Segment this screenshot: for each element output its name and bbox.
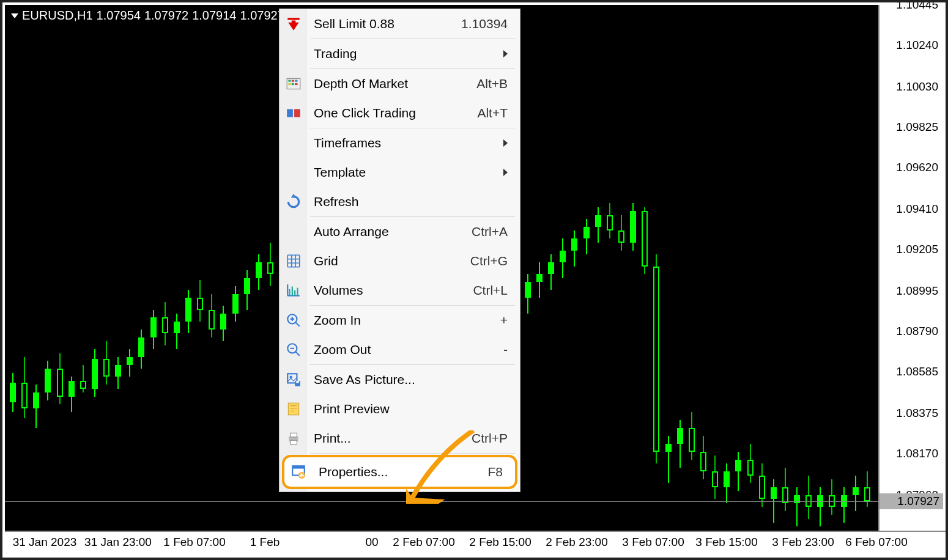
candlestick: [677, 5, 683, 536]
time-tick: 2 Feb 07:00: [393, 536, 454, 549]
candlestick: [630, 5, 636, 536]
time-tick: 2 Feb 15:00: [469, 536, 531, 549]
candlestick: [220, 5, 226, 536]
candlestick: [595, 5, 601, 536]
menu-separator: [310, 453, 515, 454]
time-tick: 31 Jan 2023: [13, 536, 77, 549]
candlestick: [103, 5, 109, 536]
price-tick: 1.10240: [896, 39, 938, 52]
price-axis: 1.104451.102401.100301.098251.096201.094…: [878, 5, 943, 536]
time-tick: 1 Feb: [250, 536, 280, 549]
chart-context-menu: Sell Limit 0.881.10394TradingDepth Of Ma…: [279, 9, 520, 492]
candlestick: [57, 5, 63, 536]
candlestick: [115, 5, 121, 536]
time-tick: 3 Feb 07:00: [622, 536, 684, 549]
svg-rect-19: [296, 381, 298, 383]
svg-rect-2: [288, 80, 291, 82]
candlestick: [525, 5, 531, 536]
price-tick: 1.09205: [896, 243, 938, 256]
price-tick: 1.10030: [896, 80, 938, 94]
candlestick: [256, 5, 262, 536]
candlestick: [583, 5, 590, 536]
svg-rect-13: [297, 288, 298, 296]
menu-item-trading[interactable]: Trading: [280, 39, 520, 68]
svg-rect-7: [295, 83, 297, 85]
menu-item-template[interactable]: Template: [280, 158, 520, 187]
candlestick: [700, 5, 706, 536]
candlestick: [759, 5, 765, 536]
menu-item-label: Zoom In: [314, 313, 500, 328]
menu-item-label: Grid: [314, 254, 470, 268]
menu-item-label: Volumes: [314, 283, 473, 298]
menu-item-grid[interactable]: GridCtrl+G: [280, 246, 520, 276]
menu-item-print[interactable]: Print...Ctrl+P: [280, 424, 520, 453]
menu-item-zoom-out[interactable]: Zoom Out-: [280, 335, 520, 364]
current-price-line: [5, 501, 883, 502]
save-pic-icon: [286, 372, 302, 388]
candlestick: [653, 5, 659, 536]
candlestick: [174, 5, 180, 536]
candlestick: [33, 5, 39, 536]
menu-item-shortcut: Ctrl+A: [472, 224, 508, 239]
menu-item-one-click-trading[interactable]: One Click TradingAlt+T: [280, 98, 520, 128]
svg-rect-8: [287, 109, 293, 117]
menu-item-label: Zoom Out: [314, 342, 503, 357]
menu-item-label: Template: [314, 165, 503, 180]
menu-item-auto-arrange[interactable]: Auto ArrangeCtrl+A: [280, 217, 520, 246]
candlestick: [607, 5, 613, 536]
time-tick: 1 Feb 07:00: [163, 536, 225, 549]
candlestick: [771, 5, 777, 536]
candlestick: [805, 5, 812, 536]
time-axis: 31 Jan 202331 Jan 23:001 Feb 07:001 Feb0…: [5, 531, 948, 555]
refresh-icon: [286, 194, 302, 210]
menu-item-shortcut: Alt+T: [477, 106, 508, 120]
menu-item-depth-of-market[interactable]: Depth Of MarketAlt+B: [280, 69, 520, 98]
zoom-out-icon: [286, 342, 302, 358]
menu-item-shortcut: 1.10394: [461, 17, 508, 31]
current-price-label: 1.07927: [879, 493, 943, 509]
menu-item-zoom-in[interactable]: Zoom In+: [280, 306, 520, 335]
price-tick: 1.08585: [896, 365, 938, 378]
menu-item-label: Print...: [314, 431, 472, 446]
time-tick: 3 Feb 15:00: [695, 536, 757, 549]
candlestick: [80, 5, 86, 536]
svg-rect-12: [294, 290, 295, 296]
zoom-in-icon: [286, 312, 302, 328]
menu-item-label: One Click Trading: [314, 106, 477, 120]
time-tick: 6 Feb 07:00: [845, 536, 907, 549]
candlestick: [127, 5, 133, 536]
svg-rect-10: [289, 289, 290, 296]
menu-item-label: Auto Arrange: [314, 224, 472, 239]
time-tick: 31 Jan 23:00: [84, 536, 152, 549]
candlestick: [665, 5, 672, 536]
menu-item-properties[interactable]: Properties...F8: [282, 455, 517, 489]
menu-item-sell-limit-0-88[interactable]: Sell Limit 0.881.10394: [280, 9, 520, 39]
menu-item-print-preview[interactable]: Print Preview: [280, 394, 520, 424]
menu-item-shortcut: Alt+B: [476, 76, 508, 91]
menu-item-label: Refresh: [314, 194, 508, 209]
time-tick: 2 Feb 23:00: [546, 536, 607, 549]
submenu-arrow-icon: [503, 50, 508, 57]
candlestick: [747, 5, 754, 536]
candlestick: [642, 5, 648, 536]
candlestick: [817, 5, 823, 536]
svg-rect-0: [287, 18, 300, 20]
menu-item-shortcut: -: [503, 342, 508, 357]
candlestick: [618, 5, 624, 536]
candlestick: [244, 5, 250, 536]
menu-item-label: Sell Limit 0.88: [314, 17, 461, 31]
menu-item-save-as-picture[interactable]: Save As Picture...: [280, 365, 520, 394]
candlestick: [21, 5, 28, 536]
candlestick: [138, 5, 144, 536]
menu-item-refresh[interactable]: Refresh: [280, 187, 520, 216]
price-tick: 1.08170: [896, 447, 938, 460]
candlestick: [735, 5, 741, 536]
menu-item-volumes[interactable]: VolumesCtrl+L: [280, 276, 520, 305]
menu-item-label: Print Preview: [314, 402, 508, 416]
price-tick: 1.09620: [896, 161, 938, 174]
svg-rect-11: [292, 287, 293, 296]
menu-item-timeframes[interactable]: Timeframes: [280, 128, 520, 158]
price-tick: 1.09410: [896, 202, 938, 216]
svg-rect-4: [295, 80, 297, 82]
depth-icon: [286, 76, 302, 92]
